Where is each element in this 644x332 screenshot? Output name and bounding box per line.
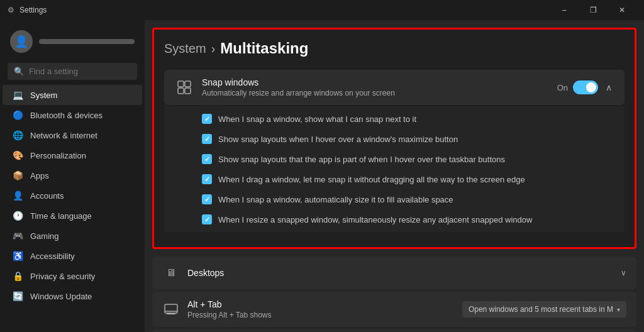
alt-tab-row: Alt + Tab Pressing Alt + Tab shows Open … bbox=[152, 292, 636, 327]
snap-option-label-4: When I drag a window, let me snap it wit… bbox=[218, 175, 525, 184]
page-header: System › Multitasking bbox=[164, 40, 625, 57]
sidebar-item-gaming[interactable]: 🎮 Gaming bbox=[3, 226, 142, 246]
alt-tab-control: Open windows and 5 most recent tabs in M… bbox=[462, 301, 626, 318]
desktops-row[interactable]: 🖥 Desktops ∨ bbox=[152, 257, 636, 289]
snap-toggle-area: On ∧ bbox=[557, 80, 614, 95]
alt-tab-dropdown[interactable]: Open windows and 5 most recent tabs in M… bbox=[462, 301, 626, 318]
snap-windows-header: Snap windows Automatically resize and ar… bbox=[164, 70, 625, 105]
close-button[interactable]: ✕ bbox=[608, 0, 636, 20]
snap-checkbox-5[interactable] bbox=[202, 194, 212, 204]
snap-title-group: Snap windows Automatically resize and ar… bbox=[202, 77, 557, 97]
sidebar-item-network[interactable]: 🌐 Network & internet bbox=[3, 125, 142, 145]
sidebar-item-label: Windows Update bbox=[30, 292, 92, 301]
snap-option-label-1: When I snap a window, show what I can sn… bbox=[218, 114, 416, 124]
snap-option-6: When I resize a snapped window, simultan… bbox=[202, 209, 625, 230]
snap-checkbox-1[interactable] bbox=[202, 114, 212, 124]
sidebar-item-update[interactable]: 🔄 Windows Update bbox=[3, 286, 142, 306]
svg-rect-2 bbox=[178, 88, 184, 94]
snap-checkbox-3[interactable] bbox=[202, 154, 212, 164]
sidebar-item-apps[interactable]: 📦 Apps bbox=[3, 165, 142, 185]
alt-tab-subtitle: Pressing Alt + Tab shows bbox=[187, 311, 455, 319]
sidebar-item-label: Accessibility bbox=[30, 252, 75, 261]
page-title: Multitasking bbox=[220, 40, 308, 57]
alt-tab-icon bbox=[162, 301, 180, 318]
snap-subtitle: Automatically resize and arrange windows… bbox=[202, 89, 557, 97]
search-input[interactable] bbox=[29, 67, 135, 76]
sidebar-item-system[interactable]: 💻 System bbox=[3, 85, 142, 105]
alt-tab-title: Alt + Tab bbox=[187, 299, 455, 309]
snap-option-1: When I snap a window, show what I can sn… bbox=[202, 109, 625, 129]
accessibility-icon: ♿ bbox=[13, 251, 23, 261]
sidebar-item-label: Network & internet bbox=[30, 131, 97, 140]
sidebar-item-accounts[interactable]: 👤 Accounts bbox=[3, 185, 142, 206]
svg-rect-6 bbox=[167, 313, 175, 314]
svg-rect-0 bbox=[178, 81, 184, 87]
sidebar-item-personalization[interactable]: 🎨 Personalization bbox=[3, 145, 142, 165]
snap-option-label-2: Show snap layouts when I hover over a wi… bbox=[218, 135, 458, 144]
snap-windows-icon bbox=[174, 77, 194, 97]
snap-checkbox-6[interactable] bbox=[202, 214, 212, 224]
main-layout: 👤 🔍 💻 System 🔵 Bluetooth & devices 🌐 Net… bbox=[0, 20, 644, 332]
title-bar: ⚙ Settings – ❐ ✕ bbox=[0, 0, 644, 20]
snap-title: Snap windows bbox=[202, 77, 557, 87]
update-icon: 🔄 bbox=[13, 291, 23, 301]
breadcrumb-parent[interactable]: System bbox=[164, 42, 206, 56]
minimize-button[interactable]: – bbox=[550, 0, 579, 20]
user-profile[interactable]: 👤 bbox=[0, 25, 145, 60]
alt-tab-dropdown-label: Open windows and 5 most recent tabs in M bbox=[469, 305, 613, 314]
sidebar: 👤 🔍 💻 System 🔵 Bluetooth & devices 🌐 Net… bbox=[0, 20, 145, 332]
alt-tab-title-group: Alt + Tab Pressing Alt + Tab shows bbox=[187, 299, 455, 319]
sidebar-item-label: Apps bbox=[30, 171, 49, 180]
privacy-icon: 🔒 bbox=[13, 271, 23, 281]
svg-rect-3 bbox=[185, 88, 191, 94]
sidebar-item-label: System bbox=[30, 91, 57, 100]
sidebar-item-accessibility[interactable]: ♿ Accessibility bbox=[3, 246, 142, 266]
personalization-icon: 🎨 bbox=[13, 150, 23, 160]
search-box[interactable]: 🔍 bbox=[8, 63, 137, 80]
snap-options-list: When I snap a window, show what I can sn… bbox=[164, 106, 625, 232]
title-bar-shake-row: ✦ Title bar window shake When I grab a w… bbox=[152, 329, 636, 332]
sidebar-item-bluetooth[interactable]: 🔵 Bluetooth & devices bbox=[3, 105, 142, 125]
snap-checkbox-4[interactable] bbox=[202, 174, 212, 184]
gaming-icon: 🎮 bbox=[13, 231, 23, 241]
sidebar-item-privacy[interactable]: 🔒 Privacy & security bbox=[3, 266, 142, 286]
snap-option-3: Show snap layouts that the app is part o… bbox=[202, 149, 625, 169]
title-bar-left: ⚙ Settings bbox=[8, 6, 47, 14]
accounts-icon: 👤 bbox=[13, 191, 23, 201]
desktops-icon: 🖥 bbox=[162, 264, 180, 282]
svg-rect-4 bbox=[165, 304, 177, 313]
user-name-bar bbox=[39, 39, 135, 44]
snap-option-4: When I drag a window, let me snap it wit… bbox=[202, 169, 625, 189]
desktops-title: Desktops bbox=[187, 268, 613, 278]
maximize-button[interactable]: ❐ bbox=[579, 0, 608, 20]
dropdown-chevron: ▾ bbox=[617, 306, 620, 313]
snap-checkbox-2[interactable] bbox=[202, 134, 212, 144]
settings-icon: ⚙ bbox=[8, 6, 14, 14]
sidebar-item-label: Gaming bbox=[30, 231, 59, 241]
snap-option-2: Show snap layouts when I hover over a wi… bbox=[202, 129, 625, 149]
sidebar-item-label: Personalization bbox=[30, 151, 86, 160]
snap-option-label-6: When I resize a snapped window, simultan… bbox=[218, 215, 532, 224]
sidebar-item-label: Bluetooth & devices bbox=[30, 111, 103, 120]
breadcrumb-separator: › bbox=[211, 42, 216, 56]
apps-icon: 📦 bbox=[13, 170, 23, 180]
network-icon: 🌐 bbox=[13, 130, 23, 140]
snap-toggle-label: On bbox=[557, 83, 568, 92]
sidebar-item-time[interactable]: 🕐 Time & language bbox=[3, 206, 142, 226]
snap-toggle[interactable] bbox=[573, 80, 598, 94]
bluetooth-icon: 🔵 bbox=[13, 110, 23, 120]
sidebar-item-label: Privacy & security bbox=[30, 272, 95, 281]
toggle-knob bbox=[586, 82, 596, 92]
desktops-title-group: Desktops bbox=[187, 268, 613, 278]
sidebar-item-label: Accounts bbox=[30, 191, 64, 201]
avatar: 👤 bbox=[10, 30, 33, 53]
window-title: Settings bbox=[19, 6, 47, 14]
snap-option-label-3: Show snap layouts that the app is part o… bbox=[218, 155, 505, 164]
svg-rect-1 bbox=[185, 81, 191, 87]
desktops-chevron: ∨ bbox=[621, 268, 626, 277]
sidebar-item-label: Time & language bbox=[30, 211, 92, 221]
time-icon: 🕐 bbox=[13, 211, 23, 221]
snap-option-5: When I snap a window, automatically size… bbox=[202, 189, 625, 209]
snap-expand-button[interactable]: ∧ bbox=[603, 80, 614, 95]
window-controls: – ❐ ✕ bbox=[550, 0, 636, 20]
